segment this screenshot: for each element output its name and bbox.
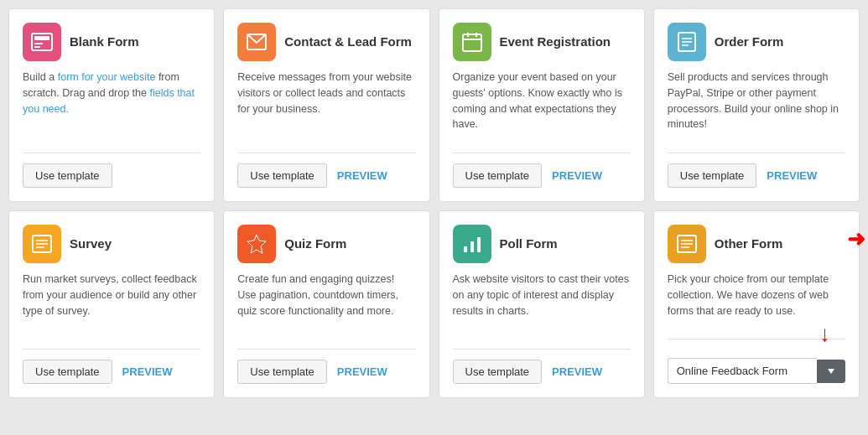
card-header-contact: Contact & Lead Form [237,23,415,61]
card-actions-quiz: Use template PREVIEW [237,360,415,384]
card-order-form: Order Form Sell products and services th… [653,8,860,202]
card-actions-survey: Use template PREVIEW [23,360,200,384]
survey-icon [23,225,61,263]
card-title-order: Order Form [715,34,784,50]
card-header-quiz: Quiz Form [237,225,415,263]
card-desc-blank-form: Build a form for your website from scrat… [23,70,200,132]
card-header-other: Other Form [668,225,845,263]
svg-rect-18 [464,246,467,252]
use-template-event[interactable]: Use template [453,163,543,188]
use-template-quiz[interactable]: Use template [237,360,327,384]
event-icon [453,23,491,61]
card-header-event: Event Registration [453,23,631,61]
preview-quiz[interactable]: PREVIEW [337,365,387,378]
card-title-poll: Poll Form [500,236,558,252]
other-form-dropdown-row: Online Feedback Form Contact Form Regist… [668,358,845,384]
other-form-dropdown[interactable]: Online Feedback Form Contact Form Regist… [668,358,817,384]
poll-icon [453,225,491,263]
card-contact-lead-form: Contact & Lead Form Receive messages fro… [223,8,429,202]
svg-rect-19 [470,241,474,252]
card-title-other: Other Form [715,236,783,252]
card-header-order: Order Form [668,23,845,61]
card-title-survey: Survey [70,236,112,252]
use-template-blank-form[interactable]: Use template [23,163,112,188]
order-form-icon [668,23,706,61]
card-header-blank-form: Blank Form [23,23,200,61]
svg-rect-1 [34,36,49,40]
svg-marker-25 [828,369,834,374]
card-title-quiz: Quiz Form [284,236,346,252]
red-arrow-right-icon: ➜ [847,226,865,252]
template-grid: Blank Form Build a form for your website… [8,8,860,398]
card-quiz-form: Quiz Form Create fun and engaging quizze… [223,210,429,398]
card-desc-quiz: Create fun and engaging quizzes! Use pag… [237,272,415,329]
card-actions-event: Use template PREVIEW [453,163,631,188]
card-desc-survey: Run market surveys, collect feedback fro… [23,272,200,329]
other-form-icon [668,225,706,263]
other-form-dropdown-btn[interactable] [817,360,845,383]
preview-contact[interactable]: PREVIEW [337,169,387,182]
card-blank-form: Blank Form Build a form for your website… [8,8,215,202]
quiz-icon [237,225,276,263]
card-survey: Survey Run market surveys, collect feedb… [8,210,215,398]
use-template-poll[interactable]: Use template [453,360,543,384]
contact-form-icon [237,23,276,61]
card-desc-event: Organize your event based on your guests… [453,70,631,132]
card-title-contact: Contact & Lead Form [284,34,412,50]
use-template-contact[interactable]: Use template [237,163,327,188]
card-desc-poll: Ask website visitors to cast their votes… [453,272,631,329]
card-actions-poll: Use template PREVIEW [453,360,631,384]
card-title-event: Event Registration [500,34,611,50]
card-poll-form: Poll Form Ask website visitors to cast t… [439,210,645,398]
use-template-order[interactable]: Use template [668,163,757,188]
card-other-form: ➜ Other Form Pick your choice from our t… [653,210,860,398]
card-title-blank-form: Blank Form [70,34,139,50]
card-actions-blank-form: Use template [23,163,200,188]
card-actions-order: Use template PREVIEW [668,163,845,188]
blank-form-icon [23,23,61,61]
card-desc-order: Sell products and services through PayPa… [668,70,845,132]
card-desc-other: Pick your choice from our template colle… [668,272,845,318]
preview-order[interactable]: PREVIEW [767,169,817,182]
preview-poll[interactable]: PREVIEW [552,365,602,378]
card-event-registration: Event Registration Organize your event b… [439,8,645,202]
preview-survey[interactable]: PREVIEW [122,365,173,378]
card-actions-contact: Use template PREVIEW [237,163,415,188]
red-arrow-down-icon: ↓ [819,321,830,347]
use-template-survey[interactable]: Use template [23,360,112,384]
preview-event[interactable]: PREVIEW [552,169,602,182]
card-header-poll: Poll Form [453,225,631,263]
card-header-survey: Survey [23,225,200,263]
svg-rect-5 [463,34,481,51]
svg-rect-20 [477,237,481,252]
card-desc-contact: Receive messages from your website visit… [237,70,415,132]
svg-marker-17 [247,235,266,253]
